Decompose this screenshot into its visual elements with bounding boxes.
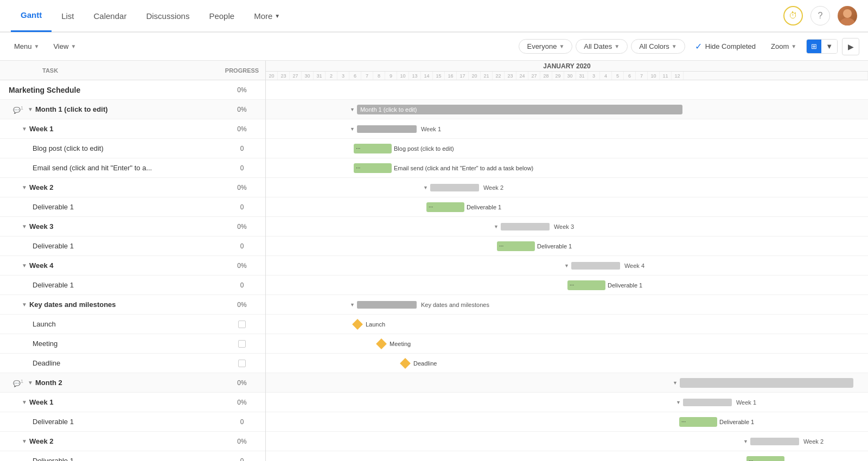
row-label: Launch: [33, 320, 56, 328]
left-panel: Task Progress Marketing Schedule 0% 💬1 ▼…: [0, 61, 266, 461]
gantt-row-deliverable1-w4[interactable]: ··· Deliverable 1: [266, 276, 868, 295]
row-week1[interactable]: ▼ Week 1 0%: [0, 119, 265, 139]
gantt-row-week3[interactable]: ▼ Week 3: [266, 217, 868, 236]
row-progress: 0%: [223, 86, 261, 94]
view-toggle: ⊞ ▼: [806, 39, 838, 54]
row-progress: 0: [223, 242, 261, 250]
svg-point-1: [840, 18, 855, 25]
row-label: Week 1: [29, 398, 54, 406]
gantt-row-week4[interactable]: ▼ Week 4: [266, 256, 868, 276]
help-icon-btn[interactable]: ?: [810, 6, 830, 25]
row-label: Deliverable 1: [33, 203, 74, 211]
gantt-area[interactable]: JANUARY 2020 20 23 27 30 31 2 3 6 7 8 9 …: [266, 61, 868, 461]
row-progress: 0%: [223, 301, 261, 309]
progress-column-header: Progress: [223, 67, 261, 74]
play-btn[interactable]: ▶: [842, 38, 859, 55]
list-view-btn[interactable]: ▼: [821, 40, 837, 53]
row-week2-m2[interactable]: ▼ Week 2 0%: [0, 432, 265, 451]
day-cell: 22: [493, 72, 505, 80]
gantt-row-deliverable1-w2[interactable]: ··· Deliverable 1: [266, 197, 868, 217]
chevron-down-icon: ▼: [71, 43, 76, 49]
row-deadline[interactable]: Deadline: [0, 354, 265, 373]
nav-item-discussions[interactable]: Discussions: [136, 0, 199, 32]
all-colors-filter[interactable]: All Colors ▼: [631, 39, 685, 54]
day-cell: 23: [278, 72, 290, 80]
gantt-row-week2-m2[interactable]: ▼ Week 2: [266, 432, 868, 451]
milestone-checkbox[interactable]: [223, 340, 261, 348]
nav-item-people[interactable]: People: [199, 0, 244, 32]
everyone-filter[interactable]: Everyone ▼: [519, 39, 572, 54]
chevron-down-icon: ▼: [22, 302, 27, 308]
row-blog-post[interactable]: Blog post (click to edit) 0: [0, 139, 265, 158]
row-meeting[interactable]: Meeting: [0, 334, 265, 354]
gantt-row-key-dates[interactable]: ▼ Key dates and milestones: [266, 295, 868, 315]
row-progress: 0%: [223, 379, 261, 387]
day-cell: 2: [326, 72, 337, 80]
row-deliverable1-m2w2[interactable]: Deliverable 1 0: [0, 451, 265, 461]
row-week4[interactable]: ▼ Week 4 0%: [0, 256, 265, 276]
chevron-down-icon: ▼: [28, 380, 33, 386]
row-deliverable1-m2w1[interactable]: Deliverable 1 0: [0, 412, 265, 432]
row-week3[interactable]: ▼ Week 3 0%: [0, 217, 265, 236]
comment-icon: 💬1: [13, 379, 23, 387]
gantt-row-launch[interactable]: Launch: [266, 315, 868, 334]
day-cell: 28: [540, 72, 552, 80]
day-cell: 6: [624, 72, 636, 80]
row-progress: 0%: [223, 125, 261, 133]
day-cell: 13: [409, 72, 421, 80]
day-cell: 24: [516, 72, 528, 80]
gantt-row-blog-post[interactable]: ··· Blog post (click to edit): [266, 139, 868, 158]
row-marketing[interactable]: Marketing Schedule 0%: [0, 80, 265, 100]
menu-button[interactable]: Menu ▼: [9, 40, 44, 53]
day-cell: 8: [373, 72, 385, 80]
clock-icon-btn[interactable]: ⏱: [783, 6, 803, 25]
gantt-row-deliverable1-m2w2[interactable]: ···: [266, 451, 868, 461]
gantt-row-deliverable1-w3[interactable]: ··· Deliverable 1: [266, 236, 868, 256]
row-label: Email send (click and hit "Enter" to a..…: [33, 164, 152, 172]
gantt-row-week1[interactable]: ▼ Week 1: [266, 119, 868, 139]
day-cell: 9: [385, 72, 397, 80]
gantt-row-month2[interactable]: ▼: [266, 373, 868, 393]
row-deliverable1-w3[interactable]: Deliverable 1 0: [0, 236, 265, 256]
row-key-dates[interactable]: ▼ Key dates and milestones 0%: [0, 295, 265, 315]
all-dates-filter[interactable]: All Dates ▼: [576, 39, 628, 54]
row-deliverable1-w4[interactable]: Deliverable 1 0: [0, 276, 265, 295]
chevron-down-icon: ▼: [22, 184, 27, 190]
hide-completed-filter[interactable]: ✓ Hide Completed: [688, 39, 762, 54]
view-button[interactable]: View ▼: [48, 40, 81, 53]
nav-item-more[interactable]: More ▼: [244, 0, 290, 32]
milestone-checkbox[interactable]: [223, 360, 261, 367]
row-email-send[interactable]: Email send (click and hit "Enter" to a..…: [0, 158, 265, 178]
day-cell: 12: [672, 72, 684, 80]
row-week1-m2[interactable]: ▼ Week 1 0%: [0, 393, 265, 412]
gantt-row-deadline[interactable]: Deadline: [266, 354, 868, 373]
grid-view-btn[interactable]: ⊞: [807, 40, 821, 53]
zoom-control[interactable]: Zoom ▼: [765, 40, 802, 53]
nav-item-gantt[interactable]: Gantt: [11, 0, 52, 32]
milestone-checkbox[interactable]: [223, 321, 261, 328]
day-cell: 30: [302, 72, 314, 80]
row-launch[interactable]: Launch: [0, 315, 265, 334]
day-cell: 4: [600, 72, 612, 80]
day-cell: 6: [349, 72, 361, 80]
row-week2[interactable]: ▼ Week 2 0%: [0, 178, 265, 197]
gantt-row-month1[interactable]: ▼ Month 1 (click to edit): [266, 100, 868, 119]
day-cell: 27: [290, 72, 302, 80]
row-month1[interactable]: 💬1 ▼ Month 1 (click to edit) 0%: [0, 100, 265, 119]
row-label: Key dates and milestones: [29, 300, 116, 309]
row-label: Marketing Schedule: [9, 86, 80, 94]
gantt-row-email-send[interactable]: ··· Email send (click and hit "Enter" to…: [266, 158, 868, 178]
gantt-row-week2[interactable]: ▼ Week 2: [266, 178, 868, 197]
row-month2[interactable]: 💬1 ▼ Month 2 0%: [0, 373, 265, 393]
row-progress: 0%: [223, 262, 261, 270]
nav-item-list[interactable]: List: [52, 0, 84, 32]
row-label: Deliverable 1: [33, 242, 74, 250]
gantt-row-week1-m2[interactable]: ▼ Week 1: [266, 393, 868, 412]
svg-point-0: [843, 9, 852, 18]
gantt-row-deliverable1-m2w1[interactable]: ··· Deliverable 1: [266, 412, 868, 432]
nav-item-calendar[interactable]: Calendar: [84, 0, 137, 32]
row-deliverable1-w2[interactable]: Deliverable 1 0: [0, 197, 265, 217]
gantt-row-meeting[interactable]: Meeting: [266, 334, 868, 354]
toolbar: Menu ▼ View ▼ Everyone ▼ All Dates ▼ All…: [0, 33, 868, 61]
avatar[interactable]: [838, 6, 857, 25]
